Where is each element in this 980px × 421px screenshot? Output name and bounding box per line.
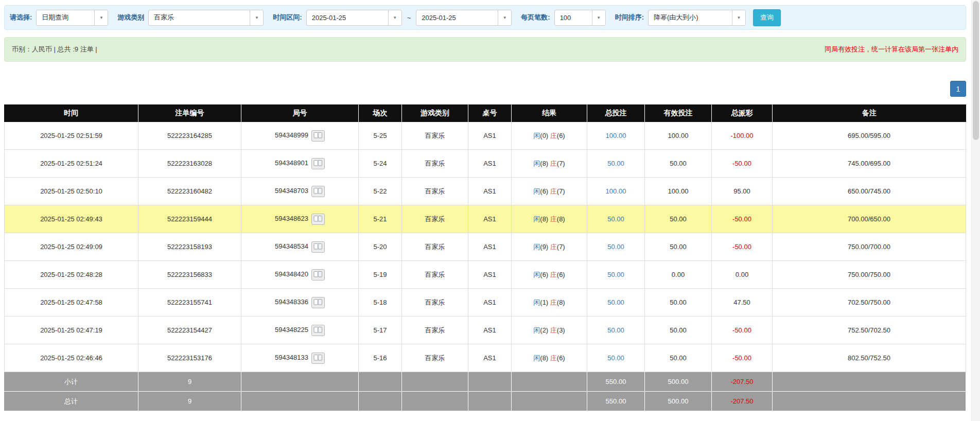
- view-cards-icon[interactable]: [311, 353, 325, 364]
- cell-result: 闲(8) 庄(8): [512, 205, 587, 233]
- total-bet-link[interactable]: 50.00: [607, 326, 624, 334]
- date-range-label: 时间区间:: [273, 13, 302, 22]
- filter-bar: 请选择: 日期查询 ▼ 游戏类别 百家乐 ▼ 时间区间: 2025-01-25 …: [4, 5, 966, 30]
- res-player: 闲: [533, 160, 540, 167]
- column-header: 场次: [359, 104, 402, 122]
- chevron-down-icon[interactable]: ▼: [732, 10, 745, 25]
- cell-valid-bet: 50.00: [645, 317, 712, 344]
- footer-cell: [773, 392, 966, 411]
- cell-bet-number: 522223155741: [138, 289, 241, 317]
- date-from-dropdown[interactable]: 2025-01-25 ▼: [306, 10, 402, 26]
- res-player: 闲: [533, 215, 540, 223]
- res-player-score: (6): [540, 271, 548, 278]
- total-bet-link[interactable]: 100.00: [606, 187, 626, 195]
- view-cards-icon[interactable]: [311, 214, 325, 225]
- table-row[interactable]: 2025-01-25 02:47:19 522223154427 5943482…: [4, 317, 966, 344]
- page-size-label: 每页笔数:: [521, 13, 550, 22]
- cell-table-number: AS1: [468, 289, 512, 317]
- res-player-score: (8): [540, 354, 548, 362]
- footer-cell: [359, 372, 402, 392]
- cell-round-number: 594348420: [241, 261, 359, 289]
- table-row[interactable]: 2025-01-25 02:51:24 522223163028 5943489…: [4, 150, 966, 178]
- res-banker: 庄: [550, 187, 557, 195]
- table-row[interactable]: 2025-01-25 02:49:09 522223158193 5943485…: [4, 233, 966, 261]
- table-row[interactable]: 2025-01-25 02:49:43 522223159444 5943486…: [4, 205, 966, 233]
- view-cards-icon[interactable]: [311, 158, 325, 169]
- table-row[interactable]: 2025-01-25 02:50:10 522223160482 5943487…: [4, 178, 966, 205]
- game-type-value: 百家乐: [149, 10, 250, 25]
- sort-label: 时间排序:: [615, 13, 644, 22]
- cell-bet-number: 522223156833: [138, 261, 241, 289]
- table-row[interactable]: 2025-01-25 02:47:58 522223155741 5943483…: [4, 289, 966, 317]
- sort-dropdown[interactable]: 降幂(由大到小) ▼: [648, 10, 746, 26]
- cell-time: 2025-01-25 02:51:24: [4, 150, 138, 178]
- total-bet-link[interactable]: 50.00: [607, 354, 624, 362]
- round-number: 594348133: [275, 354, 308, 361]
- search-button[interactable]: 查询: [753, 9, 781, 26]
- cell-result: 闲(1) 庄(8): [512, 289, 587, 317]
- cell-note: 650.00/745.00: [773, 178, 966, 205]
- res-player-score: (8): [540, 215, 548, 223]
- res-player: 闲: [533, 243, 540, 251]
- cell-table-number: AS1: [468, 205, 512, 233]
- res-banker-score: (3): [557, 326, 565, 334]
- query-type-dropdown[interactable]: 日期查询 ▼: [36, 10, 108, 26]
- footer-cell: 500.00: [645, 372, 712, 392]
- view-cards-icon[interactable]: [311, 130, 325, 142]
- scrollbar-thumb[interactable]: [973, 1, 979, 140]
- res-player-score: (1): [540, 299, 548, 306]
- res-player: 闲: [533, 271, 540, 278]
- view-cards-icon[interactable]: [311, 241, 325, 253]
- res-banker: 庄: [550, 354, 557, 362]
- footer-cell: [359, 392, 402, 411]
- res-banker-score: (7): [557, 187, 565, 195]
- total-bet-link[interactable]: 50.00: [607, 215, 624, 223]
- cell-session: 5-17: [359, 317, 402, 344]
- chevron-down-icon[interactable]: ▼: [250, 10, 263, 25]
- res-banker-score: (6): [557, 354, 565, 362]
- cards-icon: [313, 215, 323, 222]
- cards-icon: [313, 132, 323, 139]
- table-row[interactable]: 2025-01-25 02:46:46 522223153176 5943481…: [4, 344, 966, 372]
- cards-icon: [313, 187, 323, 195]
- chevron-down-icon[interactable]: ▼: [94, 10, 108, 25]
- cell-round-number: 594348999: [241, 122, 359, 150]
- cell-payout: 0.00: [712, 261, 773, 289]
- total-bet-link[interactable]: 50.00: [607, 160, 624, 167]
- date-to-dropdown[interactable]: 2025-01-25 ▼: [416, 10, 512, 26]
- cell-total-bet: 50.00: [587, 317, 645, 344]
- footer-cell: [512, 392, 587, 411]
- column-header: 备注: [773, 104, 966, 122]
- page-size-dropdown[interactable]: 100 ▼: [554, 10, 606, 26]
- cell-note: 702.50/750.00: [773, 289, 966, 317]
- cell-result: 闲(8) 庄(7): [512, 150, 587, 178]
- total-bet-link[interactable]: 50.00: [607, 299, 624, 306]
- cards-icon: [313, 326, 323, 334]
- bet-records-table: 时间注单编号局号场次游戏类别桌号结果总投注有效投注总派彩备注 2025-01-2…: [4, 104, 966, 411]
- total-bet-link[interactable]: 50.00: [607, 271, 624, 278]
- view-cards-icon[interactable]: [311, 297, 325, 308]
- chevron-down-icon[interactable]: ▼: [592, 10, 605, 25]
- view-cards-icon[interactable]: [311, 325, 325, 336]
- chevron-down-icon[interactable]: ▼: [388, 10, 401, 25]
- cell-table-number: AS1: [468, 122, 512, 150]
- footer-cell: [512, 372, 587, 392]
- cell-total-bet: 50.00: [587, 233, 645, 261]
- table-row[interactable]: 2025-01-25 02:48:28 522223156833 5943484…: [4, 261, 966, 289]
- cell-result: 闲(6) 庄(7): [512, 178, 587, 205]
- res-banker: 庄: [550, 215, 557, 223]
- view-cards-icon[interactable]: [311, 186, 325, 197]
- cell-bet-number: 522223164285: [138, 122, 241, 150]
- scrollbar[interactable]: [971, 0, 980, 421]
- total-bet-link[interactable]: 100.00: [606, 132, 626, 139]
- cell-payout: -100.00: [712, 122, 773, 150]
- cell-session: 5-21: [359, 205, 402, 233]
- total-bet-link[interactable]: 50.00: [607, 243, 624, 251]
- chevron-down-icon[interactable]: ▼: [498, 10, 511, 25]
- game-type-dropdown[interactable]: 百家乐 ▼: [148, 10, 264, 26]
- view-cards-icon[interactable]: [311, 269, 325, 280]
- page-button-1[interactable]: 1: [950, 81, 966, 97]
- footer-cell: 小计: [4, 372, 138, 392]
- column-header: 有效投注: [645, 104, 712, 122]
- table-row[interactable]: 2025-01-25 02:51:59 522223164285 5943489…: [4, 122, 966, 150]
